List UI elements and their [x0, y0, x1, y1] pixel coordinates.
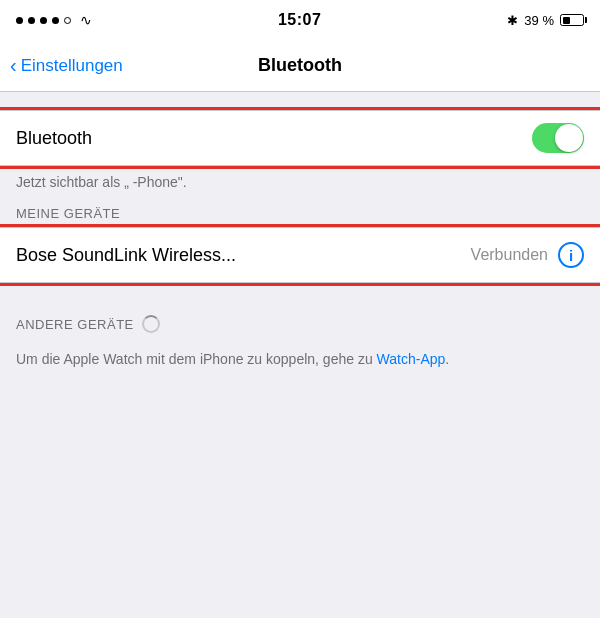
watch-app-link[interactable]: Watch-App	[377, 351, 446, 367]
bluetooth-label: Bluetooth	[16, 128, 92, 149]
footer-text: Um die Apple Watch mit dem iPhone zu kop…	[0, 339, 600, 380]
info-button[interactable]: i	[558, 242, 584, 268]
signal-dot-1	[16, 17, 23, 24]
footer-text-before: Um die Apple Watch mit dem iPhone zu kop…	[16, 351, 377, 367]
my-devices-section: Bose SoundLink Wireless... Verbunden i	[0, 227, 600, 283]
bluetooth-row: Bluetooth	[0, 111, 600, 165]
table-row: Bose SoundLink Wireless... Verbunden i	[0, 228, 600, 282]
footer-text-after: .	[445, 351, 449, 367]
wifi-icon: ∿	[80, 12, 92, 28]
back-button[interactable]: ‹ Einstellungen	[10, 56, 123, 76]
status-left: ∿	[16, 12, 92, 28]
bluetooth-icon: ✱	[507, 13, 518, 28]
other-devices-header: ANDERE GERÄTE	[0, 305, 600, 339]
page-title: Bluetooth	[258, 55, 342, 76]
signal-dot-2	[28, 17, 35, 24]
status-time: 15:07	[278, 11, 321, 29]
battery-percent: 39 %	[524, 13, 554, 28]
visibility-text: Jetzt sichtbar als „ -Phone".	[0, 166, 600, 196]
device-status: Verbunden	[471, 246, 548, 264]
toggle-knob	[555, 124, 583, 152]
bluetooth-section: Bluetooth	[0, 110, 600, 166]
signal-dot-4	[52, 17, 59, 24]
spacer-2	[0, 283, 600, 305]
other-devices-label: ANDERE GERÄTE	[16, 317, 134, 332]
bluetooth-toggle[interactable]	[532, 123, 584, 153]
device-right: Verbunden i	[471, 242, 584, 268]
loading-spinner	[142, 315, 160, 333]
content: Bluetooth Jetzt sichtbar als „ -Phone". …	[0, 92, 600, 380]
battery-fill	[563, 17, 570, 24]
nav-bar: ‹ Einstellungen Bluetooth	[0, 40, 600, 92]
info-icon: i	[569, 247, 573, 264]
battery-body	[560, 14, 584, 26]
back-label: Einstellungen	[21, 56, 123, 76]
signal-dot-3	[40, 17, 47, 24]
chevron-left-icon: ‹	[10, 55, 17, 75]
signal-dot-5	[64, 17, 71, 24]
my-devices-header: MEINE GERÄTE	[0, 196, 600, 227]
device-name: Bose SoundLink Wireless...	[16, 245, 236, 266]
status-bar: ∿ 15:07 ✱ 39 %	[0, 0, 600, 40]
battery-icon	[560, 14, 584, 26]
status-right: ✱ 39 %	[507, 13, 584, 28]
spacer-1	[0, 92, 600, 110]
